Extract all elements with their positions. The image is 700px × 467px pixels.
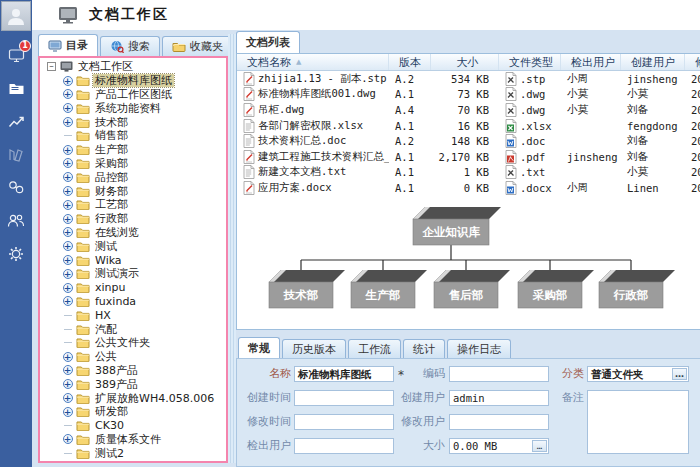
table-row[interactable]: 吊柜.dwgA.470 KB.dwg小莫刘备20 — [237, 102, 700, 118]
tree-item[interactable]: +生产部 — [45, 143, 226, 157]
expand-icon[interactable]: + — [61, 393, 74, 404]
table-row[interactable]: 新建文本文档.txtA.11 KB.txt小莫20 — [237, 165, 700, 181]
tree-item[interactable]: +品控部 — [45, 170, 226, 184]
expand-icon[interactable]: + — [61, 296, 74, 307]
detail-tab[interactable]: 统计 — [403, 339, 445, 359]
collapse-icon[interactable]: – — [45, 61, 58, 72]
name-field[interactable]: 标准物料库图纸 — [294, 366, 394, 382]
remark-field[interactable] — [587, 390, 689, 454]
tree-item[interactable]: CK30 — [45, 419, 226, 433]
tree-item[interactable]: 汽配 — [45, 322, 226, 336]
expand-icon[interactable]: + — [61, 351, 74, 362]
tree-item[interactable]: +扩展放舱WH4.058.006 — [45, 391, 226, 405]
tab-catalog[interactable]: 目录 — [38, 34, 98, 56]
tree-item[interactable]: +采购部 — [45, 157, 226, 171]
size-field[interactable]: 0.00 MB… — [449, 438, 549, 454]
column-header[interactable]: 文件类型 — [499, 54, 561, 70]
org-node-child[interactable]: 行政部 — [599, 270, 675, 308]
tree-item[interactable]: +行政部 — [45, 212, 226, 226]
settings-icon[interactable] — [0, 237, 32, 270]
tree-item[interactable]: 测试2 — [45, 446, 226, 460]
table-row[interactable]: zhijia1.13 - 副本.stpA.2534 KB.stp小周jinshe… — [237, 71, 700, 87]
detail-tab[interactable]: 历史版本 — [282, 339, 346, 359]
column-header[interactable]: 文档名称▲ — [237, 54, 389, 70]
org-node-child[interactable]: 生产部 — [351, 270, 427, 308]
table-row[interactable]: 建筑工程施工技术资料汇总_...A.12,170 KB.pdfjinsheng刘… — [237, 149, 700, 165]
org-node-child[interactable]: 技术部 — [269, 270, 345, 308]
report-icon[interactable] — [0, 138, 32, 171]
modify_time-field[interactable] — [294, 414, 394, 430]
expand-icon[interactable]: + — [61, 117, 74, 128]
tab-document-list[interactable]: 文档列表 — [236, 31, 300, 53]
tree-item[interactable]: +公共 — [45, 350, 226, 364]
column-header[interactable]: 大小 — [431, 54, 499, 70]
expand-icon[interactable]: + — [61, 103, 74, 114]
expand-icon[interactable]: + — [61, 186, 74, 197]
vertical-splitter[interactable] — [228, 34, 236, 463]
create_time-field[interactable] — [294, 390, 394, 406]
size-picker-button[interactable]: … — [532, 440, 547, 452]
tree-item[interactable]: +在线浏览 — [45, 226, 226, 240]
tab-favorites[interactable]: 收藏夹 — [162, 36, 233, 56]
column-header[interactable]: 修改时间 — [685, 54, 700, 70]
share-icon[interactable] — [0, 171, 32, 204]
tree-item[interactable]: +xinpu — [45, 281, 226, 295]
desktop-icon[interactable]: 1 — [0, 39, 32, 72]
category-field[interactable]: 普通文件夹… — [587, 366, 689, 382]
tree-item[interactable]: +研发部 — [45, 405, 226, 419]
expand-icon[interactable]: + — [61, 365, 74, 376]
checkout_user-field[interactable] — [294, 438, 394, 454]
expand-icon[interactable]: + — [61, 227, 74, 238]
expand-icon[interactable]: + — [61, 213, 74, 224]
trend-icon[interactable] — [0, 105, 32, 138]
detail-tab[interactable]: 工作流 — [348, 339, 401, 359]
tree-item[interactable]: +产品工作区图纸 — [45, 88, 226, 102]
tree-item[interactable]: 销售部 — [45, 129, 226, 143]
modify_user-field[interactable] — [449, 414, 549, 430]
tree-item[interactable]: +测试 — [45, 239, 226, 253]
expand-icon[interactable]: + — [61, 379, 74, 390]
documents-icon[interactable] — [0, 72, 32, 105]
avatar[interactable] — [1, 1, 31, 31]
tab-search[interactable]: 搜索 — [100, 36, 160, 56]
tree-item[interactable]: +质量体系文件 — [45, 433, 226, 447]
expand-icon[interactable]: + — [61, 434, 74, 445]
expand-icon[interactable]: + — [61, 172, 74, 183]
tree-item[interactable]: –文档工作区 — [45, 60, 226, 74]
detail-tab[interactable]: 操作日志 — [447, 339, 511, 359]
tree-item[interactable]: +技术部 — [45, 115, 226, 129]
expand-icon[interactable]: + — [61, 75, 74, 86]
expand-icon[interactable]: + — [61, 406, 74, 417]
tree-item[interactable]: +389产品 — [45, 377, 226, 391]
org-node-root[interactable]: 企业知识库 — [413, 207, 501, 245]
users-icon[interactable] — [0, 204, 32, 237]
detail-tab[interactable]: 常规 — [238, 337, 280, 359]
expand-icon[interactable]: + — [61, 144, 74, 155]
column-header[interactable]: 版本 — [389, 54, 431, 70]
org-node-child[interactable]: 采购部 — [518, 270, 594, 308]
expand-icon[interactable]: + — [61, 255, 74, 266]
column-header[interactable]: 创建用户 — [621, 54, 685, 70]
create_user-field[interactable]: admin — [449, 390, 549, 406]
category-picker-button[interactable]: … — [672, 368, 687, 380]
tree-item[interactable]: +标准物料库图纸 — [45, 74, 226, 88]
table-row[interactable]: 各部门解密权限.xlsxA.116 KB.xlsxfengdong20 — [237, 118, 700, 134]
expand-icon[interactable]: + — [61, 268, 74, 279]
tree-item[interactable]: +系统功能资料 — [45, 101, 226, 115]
expand-icon[interactable]: + — [61, 158, 74, 169]
org-node-child[interactable]: 售后部 — [434, 270, 510, 308]
column-header[interactable]: 检出用户 — [561, 54, 621, 70]
table-row[interactable]: 标准物料库图纸001.dwgA.173 KB.dwg小莫小莫20 — [237, 87, 700, 103]
expand-icon[interactable]: + — [61, 241, 74, 252]
table-row[interactable]: 应用方案.docxA.10 KB.docx小周Linen20 — [237, 180, 700, 196]
tree-item[interactable]: +工艺部 — [45, 198, 226, 212]
tree-item[interactable]: HX — [45, 308, 226, 322]
table-row[interactable]: 技术资料汇总.docA.2148 KB.doc刘备20 — [237, 133, 700, 149]
expand-icon[interactable]: + — [61, 89, 74, 100]
tree-item[interactable]: +Wika — [45, 253, 226, 267]
tree-item[interactable]: +财务部 — [45, 184, 226, 198]
expand-icon[interactable]: + — [61, 199, 74, 210]
tree-item[interactable]: +fuxinda — [45, 295, 226, 309]
expand-icon[interactable]: + — [61, 282, 74, 293]
tree-item[interactable]: +388产品 — [45, 364, 226, 378]
